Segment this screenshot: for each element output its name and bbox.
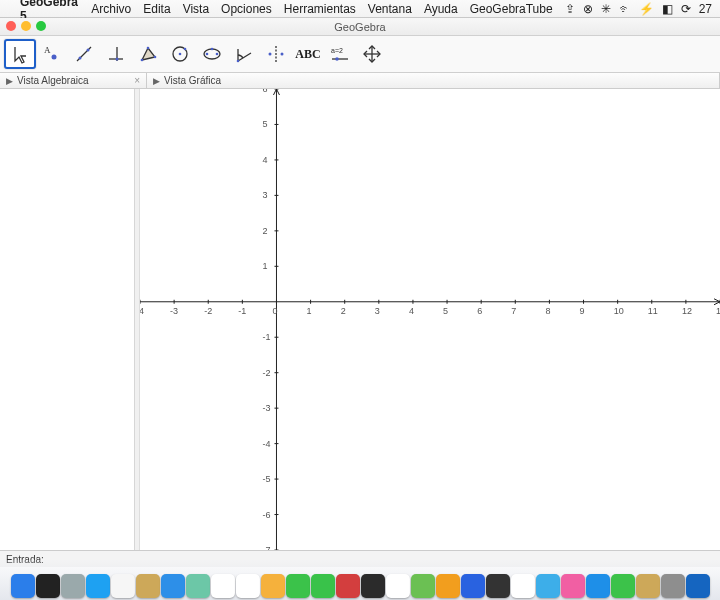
- tool-ellipse[interactable]: [196, 39, 228, 69]
- tab-graphics[interactable]: ▶ Vista Gráfica: [147, 73, 720, 88]
- tool-move-view[interactable]: [356, 39, 388, 69]
- dock-siri[interactable]: [36, 574, 60, 598]
- dock-chrome[interactable]: [111, 574, 135, 598]
- dock-geogebra[interactable]: [511, 574, 535, 598]
- perpendicular-icon: [105, 43, 127, 65]
- x-tick-label: -3: [170, 306, 178, 316]
- svg-point-10: [147, 47, 150, 50]
- clock[interactable]: 27: [699, 2, 712, 16]
- ellipse-icon: [201, 43, 223, 65]
- svg-marker-8: [142, 48, 155, 60]
- svg-point-13: [179, 53, 182, 56]
- dock-notes2[interactable]: [636, 574, 660, 598]
- dock-iwork[interactable]: [261, 574, 285, 598]
- svg-point-18: [211, 48, 214, 51]
- close-window-button[interactable]: [6, 21, 16, 31]
- dock-photos-a[interactable]: [186, 574, 210, 598]
- chevron-right-icon: ▶: [6, 76, 13, 86]
- svg-point-9: [141, 59, 144, 62]
- x-tick-label: 1: [307, 306, 312, 316]
- dock-mail[interactable]: [161, 574, 185, 598]
- tab-graphics-label: Vista Gráfica: [164, 75, 221, 86]
- dock-safari[interactable]: [86, 574, 110, 598]
- dock-preview[interactable]: [461, 574, 485, 598]
- menu-ventana[interactable]: Ventana: [368, 2, 412, 16]
- dock-calendar[interactable]: [211, 574, 235, 598]
- coordinate-plane[interactable]: [140, 89, 720, 550]
- dock-screen[interactable]: [536, 574, 560, 598]
- tab-algebra[interactable]: ▶ Vista Algebraica ×: [0, 73, 147, 88]
- volume-icon[interactable]: ⟳: [681, 2, 691, 16]
- dock-itunes[interactable]: [561, 574, 585, 598]
- battery-icon[interactable]: ⚡: [639, 2, 654, 16]
- angle-icon: [233, 43, 255, 65]
- tool-point[interactable]: A: [36, 39, 68, 69]
- menu-edita[interactable]: Edita: [143, 2, 170, 16]
- tool-line[interactable]: [68, 39, 100, 69]
- tool-polygon[interactable]: [132, 39, 164, 69]
- dock-launchpad[interactable]: [61, 574, 85, 598]
- dock-maps[interactable]: [411, 574, 435, 598]
- svg-point-3: [79, 57, 82, 60]
- graphics-view[interactable]: -4-3-2-1012345678910111213-7-6-5-4-3-2-1…: [140, 89, 720, 550]
- dock-collage[interactable]: [361, 574, 385, 598]
- dock-whatsapp[interactable]: [611, 574, 635, 598]
- dock-notes1[interactable]: [136, 574, 160, 598]
- x-tick-label: 4: [409, 306, 414, 316]
- dock-finder[interactable]: [11, 574, 35, 598]
- tool-text[interactable]: ABC: [292, 39, 324, 69]
- y-tick-label: 3: [262, 190, 267, 200]
- menu-ayuda[interactable]: Ayuda: [424, 2, 458, 16]
- x-tick-label: 8: [545, 306, 550, 316]
- tool-angle[interactable]: [228, 39, 260, 69]
- x-tick-label: 6: [477, 306, 482, 316]
- algebra-view[interactable]: [0, 89, 135, 550]
- dock-settings[interactable]: [661, 574, 685, 598]
- tool-perpendicular[interactable]: [100, 39, 132, 69]
- y-tick-label: -3: [262, 403, 270, 413]
- menu-herramientas[interactable]: Herramientas: [284, 2, 356, 16]
- menu-opciones[interactable]: Opciones: [221, 2, 272, 16]
- dock-ibooks[interactable]: [436, 574, 460, 598]
- move-view-icon: [361, 43, 383, 65]
- tool-circle[interactable]: [164, 39, 196, 69]
- dock-socrative[interactable]: [336, 574, 360, 598]
- menu-geogebratube[interactable]: GeoGebraTube: [470, 2, 553, 16]
- tool-reflect[interactable]: [260, 39, 292, 69]
- tool-slider[interactable]: a=2: [324, 39, 356, 69]
- polygon-icon: [137, 43, 159, 65]
- svg-point-19: [237, 60, 240, 63]
- slider-icon: a=2: [329, 43, 351, 65]
- point-icon: A: [41, 43, 63, 65]
- y-tick-label: -7: [262, 545, 270, 550]
- dock-appstore[interactable]: [586, 574, 610, 598]
- zoom-window-button[interactable]: [36, 21, 46, 31]
- menu-archivo[interactable]: Archivo: [91, 2, 131, 16]
- dock-outlook[interactable]: [686, 574, 710, 598]
- minimize-window-button[interactable]: [21, 21, 31, 31]
- sync-icon[interactable]: ⊗: [583, 2, 593, 16]
- dock-photos[interactable]: [386, 574, 410, 598]
- dock-wechat[interactable]: [311, 574, 335, 598]
- bluetooth-icon[interactable]: ✳: [601, 2, 611, 16]
- display-icon[interactable]: ◧: [662, 2, 673, 16]
- workspace: -4-3-2-1012345678910111213-7-6-5-4-3-2-1…: [0, 89, 720, 550]
- cursor-icon: [9, 43, 31, 65]
- x-tick-label: 13: [716, 306, 720, 316]
- dock-reminders[interactable]: [236, 574, 260, 598]
- wifi-icon[interactable]: ᯤ: [619, 2, 631, 16]
- tool-move[interactable]: [4, 39, 36, 69]
- svg-point-7: [116, 58, 119, 61]
- svg-point-11: [154, 56, 157, 59]
- dock-activity[interactable]: [486, 574, 510, 598]
- x-tick-label: 12: [682, 306, 692, 316]
- x-tick-label: -1: [238, 306, 246, 316]
- dropbox-icon[interactable]: ⇪: [565, 2, 575, 16]
- menu-vista[interactable]: Vista: [183, 2, 209, 16]
- x-tick-label: 0: [272, 306, 277, 316]
- x-tick-label: 10: [614, 306, 624, 316]
- dock-messages[interactable]: [286, 574, 310, 598]
- close-algebra-icon[interactable]: ×: [128, 75, 140, 86]
- svg-point-17: [216, 53, 219, 56]
- y-tick-label: -2: [262, 368, 270, 378]
